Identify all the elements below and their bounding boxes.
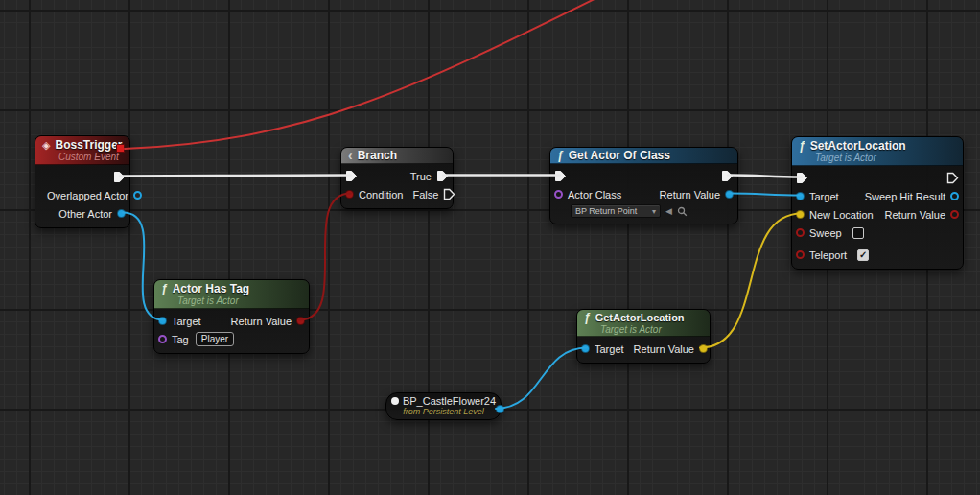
- wire-delegate-bosstrigger[interactable]: [125, 0, 608, 149]
- node-get-actor-location[interactable]: ƒ GetActorLocation Target is Actor Targe…: [576, 309, 711, 364]
- pin-label-new-location: New Location: [809, 209, 874, 221]
- node-branch[interactable]: ‹ Branch True Condition False: [340, 147, 454, 209]
- node-title: BossTrigger: [55, 138, 122, 152]
- node-subtitle: Target is Actor: [600, 324, 702, 335]
- use-selected-icon[interactable]: ◀: [665, 207, 672, 216]
- node-title: Branch: [358, 149, 397, 162]
- pin-label-actor-class: Actor Class: [568, 189, 621, 200]
- exec-false-pin[interactable]: [443, 188, 455, 200]
- pin-label-return-value: Return Value: [231, 316, 292, 327]
- actor-class-value: BP Return Point: [575, 206, 637, 216]
- overlapped-actor-pin[interactable]: [133, 191, 142, 200]
- node-header[interactable]: ƒ GetActorLocation Target is Actor: [577, 310, 710, 337]
- delegate-pin[interactable]: [116, 144, 125, 153]
- function-icon: ƒ: [584, 311, 591, 324]
- pin-label-teleport: Teleport: [809, 249, 847, 261]
- browse-icon[interactable]: [677, 206, 688, 217]
- return-value-pin[interactable]: [296, 317, 305, 325]
- return-value-pin[interactable]: [950, 210, 959, 219]
- node-subtitle: Custom Event: [58, 152, 122, 162]
- target-pin[interactable]: [158, 317, 167, 325]
- branch-icon: ‹: [348, 151, 353, 160]
- node-header[interactable]: ‹ Branch: [341, 148, 453, 164]
- pin-label-return-value: Return Value: [885, 209, 945, 221]
- node-subtitle: Target is Actor: [177, 295, 301, 306]
- node-actor-has-tag[interactable]: ƒ Actor Has Tag Target is Actor Target R…: [153, 279, 310, 354]
- node-subtitle: from Persistent Level: [392, 407, 495, 416]
- pin-label-sweep: Sweep: [809, 227, 842, 239]
- pin-label-overlapped-actor: Overlapped Actor: [47, 190, 128, 201]
- pin-label-return-value: Return Value: [634, 343, 694, 355]
- pin-label-sweep-hit-result: Sweep Hit Result: [865, 191, 945, 202]
- function-icon: ƒ: [557, 149, 564, 162]
- sweep-checkbox[interactable]: ✓: [852, 227, 864, 239]
- sweep-hit-result-pin[interactable]: [950, 192, 959, 200]
- actor-reference-icon: [391, 397, 399, 405]
- node-title: Actor Has Tag: [173, 282, 249, 295]
- function-icon: ƒ: [161, 282, 168, 295]
- blueprint-graph-canvas[interactable]: { "colors": { "exec_wire": "#e8e8e8", "o…: [0, 0, 980, 495]
- pin-label-condition: Condition: [359, 189, 403, 200]
- actor-class-pin[interactable]: [554, 190, 563, 199]
- actor-class-dropdown[interactable]: BP Return Point ▾: [571, 204, 661, 218]
- node-title: GetActorLocation: [595, 312, 685, 323]
- custom-event-icon: ◈: [42, 139, 50, 152]
- pin-label-return-value: Return Value: [660, 189, 720, 200]
- pin-label-target: Target: [809, 191, 839, 202]
- node-header[interactable]: ƒ SetActorLocation Target is Actor: [792, 137, 963, 166]
- exec-out-pin[interactable]: [946, 172, 959, 184]
- wire-bpcastleflower-target[interactable]: [496, 348, 587, 410]
- wire-exec-bosstrigger-branch[interactable]: [120, 176, 351, 177]
- node-title: BP_CastleFlower24: [403, 395, 496, 407]
- return-value-pin[interactable]: [699, 344, 708, 353]
- pin-label-false: False: [412, 189, 438, 200]
- node-header[interactable]: ƒ Actor Has Tag Target is Actor: [154, 280, 309, 309]
- pin-label-tag: Tag: [172, 334, 189, 345]
- target-pin[interactable]: [796, 192, 805, 200]
- node-title: Get Actor Of Class: [569, 149, 670, 162]
- function-icon: ƒ: [799, 139, 805, 153]
- node-get-actor-of-class[interactable]: ƒ Get Actor Of Class Actor Class Return …: [549, 147, 738, 224]
- dropdown-caret-icon: ▾: [652, 207, 656, 216]
- tag-value-input[interactable]: Player: [196, 332, 234, 346]
- pin-label-target: Target: [595, 343, 624, 355]
- pin-label-true: True: [410, 171, 432, 182]
- node-header[interactable]: ƒ Get Actor Of Class: [550, 148, 737, 164]
- pin-label-other-actor: Other Actor: [58, 208, 112, 220]
- node-set-actor-location[interactable]: ƒ SetActorLocation Target is Actor Targe…: [791, 136, 964, 270]
- wire-location-newlocation[interactable]: [700, 214, 802, 348]
- tag-pin[interactable]: [158, 335, 167, 343]
- teleport-checkbox[interactable]: ✓: [857, 249, 869, 261]
- teleport-pin[interactable]: [796, 250, 805, 259]
- sweep-pin[interactable]: [796, 228, 805, 237]
- node-bosstrigger[interactable]: ◈ BossTrigger Custom Event Overlapped Ac…: [35, 135, 130, 228]
- node-title: SetActorLocation: [810, 139, 906, 153]
- node-bp-castleflower24[interactable]: BP_CastleFlower24 from Persistent Level: [385, 392, 502, 420]
- pin-label-target: Target: [172, 316, 201, 327]
- node-subtitle: Target is Actor: [815, 153, 955, 163]
